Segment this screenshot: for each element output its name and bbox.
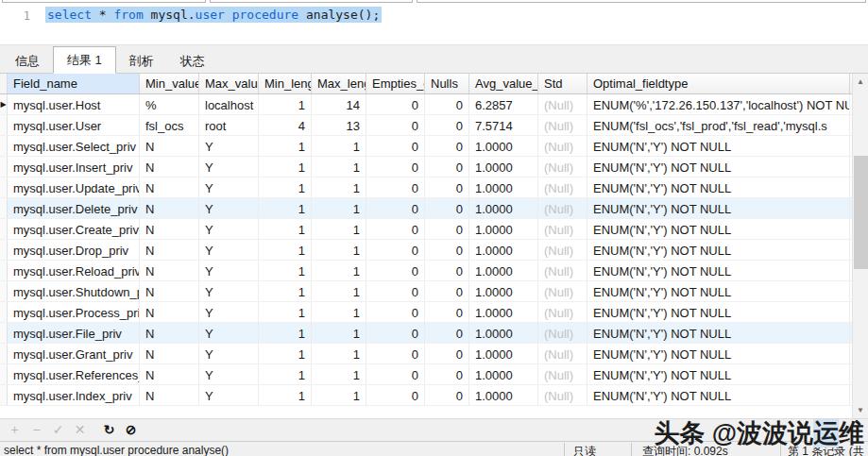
column-header-max_value[interactable]: Max_value [199,74,259,93]
cell-min_value[interactable]: fsl_ocs [140,115,199,135]
cell-field_name[interactable]: mysql.user.References_priv [8,364,140,384]
tab-status[interactable]: 状态 [167,49,218,73]
cell-max_value[interactable]: Y [199,281,259,301]
cell-max_value[interactable]: localhost [199,94,259,114]
cell-empties_or_zeros[interactable]: 0 [366,198,425,218]
cell-min_value[interactable]: N [140,364,199,384]
row-marker[interactable] [0,136,8,156]
cell-optimal_fieldtype[interactable]: ENUM('N','Y') NOT NULL [587,157,850,177]
cell-field_name[interactable]: mysql.user.User [8,115,140,135]
cell-max_length[interactable]: 1 [312,261,366,280]
cell-nulls[interactable]: 0 [425,219,469,239]
cell-optimal_fieldtype[interactable]: ENUM('N','Y') NOT NULL [587,281,850,301]
cell-avg_value_or_avg_length[interactable]: 1.0000 [469,136,538,156]
cell-min_length[interactable]: 1 [259,177,312,197]
tab-result-1[interactable]: 结果 1 [53,46,116,74]
current-row-marker-icon[interactable]: ▶ [0,94,8,114]
column-header-avg_value_or_avg_length[interactable]: Avg_value_or_avg_length [469,74,538,93]
cell-nulls[interactable]: 0 [425,385,469,405]
cell-nulls[interactable]: 0 [425,261,469,280]
cell-optimal_fieldtype[interactable]: ENUM('N','Y') NOT NULL [587,136,850,156]
cell-avg_value_or_avg_length[interactable]: 1.0000 [469,323,538,343]
cell-avg_value_or_avg_length[interactable]: 1.0000 [469,177,538,197]
row-marker[interactable] [0,281,8,301]
cell-avg_value_or_avg_length[interactable]: 1.0000 [469,385,538,405]
cell-nulls[interactable]: 0 [425,323,469,343]
cell-max_length[interactable]: 1 [312,302,366,322]
cell-empties_or_zeros[interactable]: 0 [366,323,425,343]
column-header-min_length[interactable]: Min_length [259,74,312,93]
tab-profile[interactable]: 剖析 [116,49,167,73]
cell-max_value[interactable]: Y [199,198,259,218]
cell-empties_or_zeros[interactable]: 0 [366,94,425,114]
cell-std[interactable]: (Null) [538,344,587,363]
row-marker[interactable] [0,364,8,384]
cell-std[interactable]: (Null) [538,157,587,177]
cell-field_name[interactable]: mysql.user.Reload_priv [8,261,140,280]
cell-avg_value_or_avg_length[interactable]: 1.0000 [469,157,538,177]
cell-avg_value_or_avg_length[interactable]: 1.0000 [469,364,538,384]
tab-info[interactable]: 信息 [2,49,53,73]
cell-min_value[interactable]: N [140,281,199,301]
cell-max_value[interactable]: Y [199,323,259,343]
row-marker[interactable] [0,323,8,343]
cell-nulls[interactable]: 0 [425,136,469,156]
cell-min_value[interactable]: N [140,323,199,343]
cell-optimal_fieldtype[interactable]: ENUM('N','Y') NOT NULL [587,219,850,239]
cell-max_length[interactable]: 1 [312,177,366,197]
cell-max_value[interactable]: Y [199,219,259,239]
cell-avg_value_or_avg_length[interactable]: 1.0000 [469,219,538,239]
cell-empties_or_zeros[interactable]: 0 [366,261,425,280]
cell-nulls[interactable]: 0 [425,364,469,384]
cell-std[interactable]: (Null) [538,177,587,197]
row-marker[interactable] [0,344,8,363]
column-header-optimal_fieldtype[interactable]: Optimal_fieldtype [587,74,850,93]
cell-min_length[interactable]: 1 [259,364,312,384]
cell-min_length[interactable]: 1 [259,240,312,260]
cell-max_value[interactable]: Y [199,177,259,197]
row-marker[interactable] [0,115,8,135]
cell-max_length[interactable]: 1 [312,136,366,156]
cell-std[interactable]: (Null) [538,198,587,218]
cell-min_length[interactable]: 1 [259,385,312,405]
cell-empties_or_zeros[interactable]: 0 [366,281,425,301]
cell-min_value[interactable]: N [140,261,199,280]
cell-empties_or_zeros[interactable]: 0 [366,302,425,322]
cell-std[interactable]: (Null) [538,302,587,322]
cell-max_length[interactable]: 1 [312,344,366,363]
cell-max_length[interactable]: 1 [312,240,366,260]
cell-max_length[interactable]: 1 [312,385,366,405]
cell-max_value[interactable]: Y [199,344,259,363]
cell-std[interactable]: (Null) [538,385,587,405]
cell-avg_value_or_avg_length[interactable]: 1.0000 [469,302,538,322]
cell-optimal_fieldtype[interactable]: ENUM('N','Y') NOT NULL [587,302,850,322]
cell-std[interactable]: (Null) [538,323,587,343]
cell-optimal_fieldtype[interactable]: ENUM('N','Y') NOT NULL [587,344,850,363]
cell-min_length[interactable]: 1 [259,198,312,218]
cell-field_name[interactable]: mysql.user.Grant_priv [8,344,140,363]
cell-max_length[interactable]: 1 [312,219,366,239]
row-marker[interactable] [0,240,8,260]
cell-max_value[interactable]: Y [199,240,259,260]
cell-field_name[interactable]: mysql.user.Insert_priv [8,157,140,177]
cell-avg_value_or_avg_length[interactable]: 1.0000 [469,281,538,301]
cell-min_value[interactable]: N [140,198,199,218]
apply-changes-icon[interactable]: ✓ [47,419,69,441]
cell-min_value[interactable]: N [140,240,199,260]
cell-optimal_fieldtype[interactable]: ENUM('N','Y') NOT NULL [587,198,850,218]
row-marker[interactable] [0,261,8,280]
cell-field_name[interactable]: mysql.user.Delete_priv [8,198,140,218]
cell-field_name[interactable]: mysql.user.Select_priv [8,136,140,156]
column-header-max_length[interactable]: Max_length [312,74,366,93]
cell-nulls[interactable]: 0 [425,281,469,301]
cell-empties_or_zeros[interactable]: 0 [366,157,425,177]
cell-max_value[interactable]: Y [199,157,259,177]
cell-avg_value_or_avg_length[interactable]: 6.2857 [469,94,538,114]
cell-min_value[interactable]: N [140,177,199,197]
row-marker-header[interactable] [0,74,8,93]
cell-min_value[interactable]: % [140,94,199,114]
cell-empties_or_zeros[interactable]: 0 [366,385,425,405]
delete-record-icon[interactable]: − [26,419,47,441]
cell-min_value[interactable]: N [140,136,199,156]
cell-field_name[interactable]: mysql.user.Host [8,94,140,114]
